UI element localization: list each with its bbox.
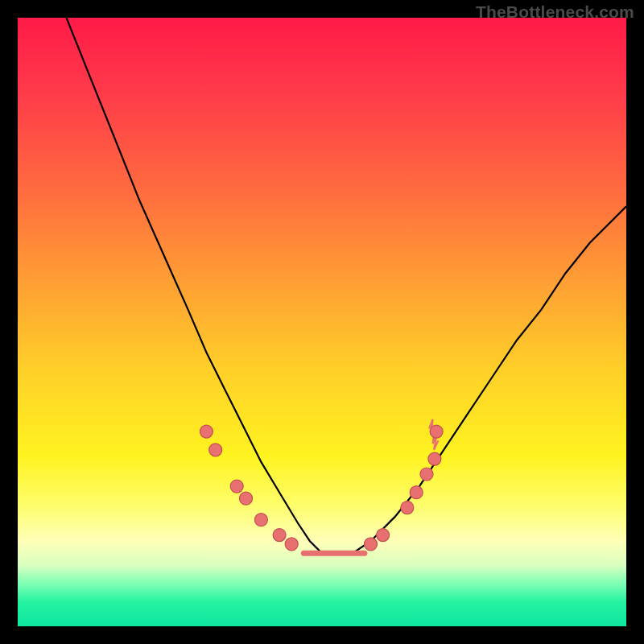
data-point <box>377 529 390 542</box>
data-point-markers <box>200 425 443 551</box>
data-point <box>285 538 298 551</box>
data-point <box>430 425 443 438</box>
data-point <box>230 480 243 493</box>
data-point <box>254 514 267 526</box>
data-point <box>410 486 423 499</box>
bottleneck-curve <box>67 18 627 553</box>
data-point <box>240 492 253 505</box>
data-point <box>209 444 222 456</box>
data-point <box>365 538 378 551</box>
data-point <box>401 502 414 514</box>
chart-plot-area <box>18 18 626 626</box>
data-point <box>273 529 286 542</box>
chart-svg <box>18 18 626 626</box>
data-point <box>200 425 213 438</box>
data-point <box>420 468 433 481</box>
data-point <box>428 452 441 465</box>
